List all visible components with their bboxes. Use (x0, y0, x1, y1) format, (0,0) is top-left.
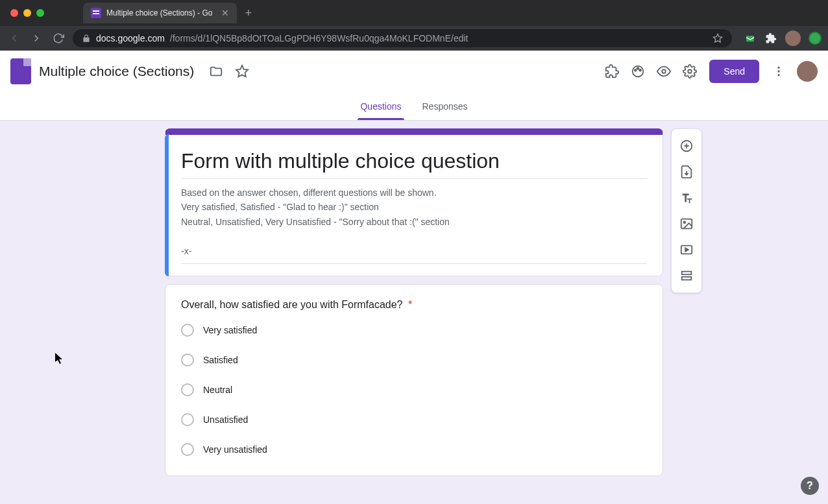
tab-strip: Multiple choice (Sections) - Go ✕ + (0, 0, 828, 26)
tab-responses[interactable]: Responses (420, 92, 470, 120)
option-label[interactable]: Unsatisfied (203, 414, 248, 425)
option-label[interactable]: Satisfied (203, 355, 238, 365)
option-row[interactable]: Very satisfied (181, 324, 647, 337)
send-button[interactable]: Send (709, 60, 759, 83)
svg-marker-4 (236, 66, 248, 77)
option-row[interactable]: Neutral (181, 383, 647, 396)
preview-button[interactable] (651, 58, 677, 84)
option-label[interactable]: Very satisfied (203, 325, 257, 335)
svg-point-13 (777, 74, 779, 76)
add-image-button[interactable] (672, 211, 701, 237)
option-row[interactable]: Satisfied (181, 354, 647, 366)
svg-rect-0 (93, 10, 99, 12)
url-path: /forms/d/1lQN5Bp8dOtTOaLGgPDH6Y98WsfRu0q… (170, 33, 469, 43)
tab-favicon-icon (91, 8, 101, 18)
radio-icon[interactable] (181, 383, 194, 396)
window-close-icon[interactable] (10, 9, 18, 17)
browser-chrome: Multiple choice (Sections) - Go ✕ + docs… (0, 0, 828, 51)
svg-point-9 (663, 69, 666, 73)
svg-rect-3 (746, 36, 754, 42)
window-maximize-icon[interactable] (36, 9, 44, 17)
add-title-button[interactable] (672, 185, 701, 211)
addons-button[interactable] (599, 58, 625, 84)
svg-point-7 (637, 67, 639, 69)
svg-point-8 (640, 69, 642, 71)
move-to-folder-button[interactable] (203, 58, 229, 84)
add-section-button[interactable] (672, 263, 701, 289)
svg-rect-22 (682, 277, 692, 280)
option-row[interactable]: Unsatisfied (181, 413, 647, 426)
form-description[interactable]: Based on the answer chosen, different qu… (181, 186, 647, 264)
radio-icon[interactable] (181, 413, 194, 426)
form-header-card[interactable]: Form with multiple choice question Based… (165, 128, 663, 276)
settings-button[interactable] (677, 58, 703, 84)
svg-marker-2 (713, 34, 722, 42)
svg-point-11 (777, 67, 779, 69)
svg-point-6 (635, 69, 637, 71)
app-header: Multiple choice (Sections) Send (0, 51, 828, 92)
svg-rect-1 (93, 13, 99, 14)
extension-icons (744, 30, 822, 46)
add-video-button[interactable] (672, 237, 701, 263)
extensions-puzzle-icon[interactable] (764, 32, 777, 45)
form-canvas: Form with multiple choice question Based… (0, 121, 828, 504)
nav-reload-button[interactable] (51, 30, 66, 46)
import-questions-button[interactable] (672, 159, 701, 185)
extension-icon[interactable] (744, 32, 757, 45)
svg-marker-20 (685, 248, 688, 252)
url-bar: docs.google.com/forms/d/1lQN5Bp8dOtTOaLG… (0, 26, 828, 51)
svg-point-12 (777, 70, 779, 72)
help-button[interactable]: ? (801, 477, 819, 495)
radio-icon[interactable] (181, 324, 194, 337)
mouse-cursor-icon (55, 353, 64, 365)
tab-title: Multiple choice (Sections) - Go (106, 8, 212, 18)
tab-questions[interactable]: Questions (358, 92, 404, 120)
question-card[interactable]: Overall, how satisfied are you with Form… (165, 284, 663, 476)
customize-theme-button[interactable] (625, 58, 651, 84)
lock-icon (82, 34, 91, 43)
window-minimize-icon[interactable] (23, 9, 31, 17)
url-field[interactable]: docs.google.com/forms/d/1lQN5Bp8dOtTOaLG… (73, 29, 732, 47)
svg-rect-21 (682, 272, 692, 275)
app-tabs: Questions Responses (0, 92, 828, 121)
profile-avatar-icon[interactable] (785, 30, 801, 46)
account-avatar[interactable] (797, 61, 818, 82)
more-menu-button[interactable] (766, 58, 792, 84)
form-title[interactable]: Form with multiple choice question (181, 149, 647, 179)
new-tab-button[interactable]: + (245, 6, 252, 20)
nav-back-button[interactable] (6, 30, 22, 46)
forms-logo-icon[interactable] (10, 58, 31, 84)
url-host: docs.google.com (96, 33, 165, 43)
svg-point-18 (683, 221, 685, 223)
option-label[interactable]: Neutral (203, 385, 232, 395)
document-title[interactable]: Multiple choice (Sections) (39, 64, 194, 79)
radio-icon[interactable] (181, 354, 194, 366)
window-controls (10, 9, 44, 17)
required-indicator: * (408, 299, 412, 310)
question-text: Overall, how satisfied are you with Form… (181, 299, 402, 310)
add-question-button[interactable] (672, 133, 701, 159)
floating-toolbar (671, 128, 702, 293)
nav-forward-button[interactable] (29, 30, 44, 46)
star-button[interactable] (229, 58, 255, 84)
tab-close-icon[interactable]: ✕ (221, 8, 229, 18)
browser-tab[interactable]: Multiple choice (Sections) - Go ✕ (83, 3, 237, 23)
option-label[interactable]: Very unsatisfied (203, 444, 267, 455)
option-row[interactable]: Very unsatisfied (181, 443, 647, 456)
radio-icon[interactable] (181, 443, 194, 456)
svg-point-10 (688, 69, 692, 73)
bookmark-star-icon[interactable] (712, 33, 723, 43)
extension-badge-icon[interactable] (809, 32, 822, 45)
question-title[interactable]: Overall, how satisfied are you with Form… (181, 299, 647, 311)
